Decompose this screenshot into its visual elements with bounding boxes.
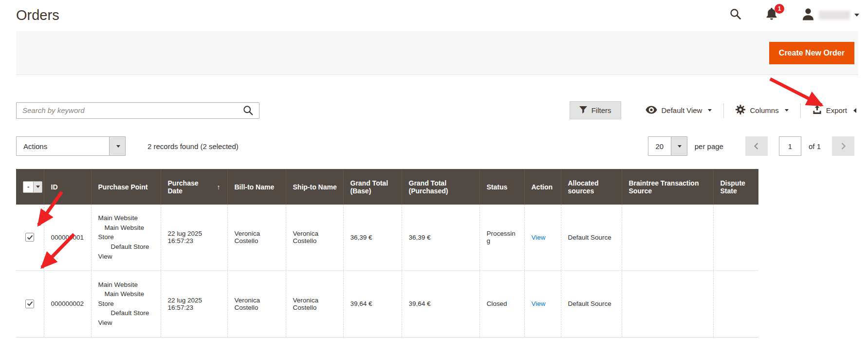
- dispute-state-cell: [713, 270, 758, 337]
- braintree-source-cell: [622, 270, 713, 337]
- admin-user-menu[interactable]: [802, 8, 859, 22]
- action-cell: View: [524, 270, 561, 337]
- dispute-state-cell: [713, 205, 758, 270]
- chevron-left-icon: [853, 108, 856, 113]
- allocated-sources-cell: Default Source: [561, 205, 622, 270]
- table-header-row: - ID Purchase Point Purchase Date ↑ Bill…: [16, 169, 758, 205]
- notification-badge[interactable]: 1: [775, 4, 784, 14]
- chevron-down-icon: [854, 14, 859, 17]
- row-checkbox[interactable]: [25, 233, 34, 242]
- purchase-date-cell: 22 lug 2025 16:57:23: [161, 205, 227, 270]
- actions-select-toggle[interactable]: [109, 137, 125, 155]
- orders-table: - ID Purchase Point Purchase Date ↑ Bill…: [16, 169, 758, 338]
- previous-page-button[interactable]: [745, 136, 768, 156]
- next-page-button[interactable]: [832, 136, 854, 156]
- column-header-status[interactable]: Status: [480, 169, 524, 205]
- purchase-point-cell: Main Website Main Website Store Default …: [91, 205, 161, 270]
- page-size-select[interactable]: 20: [648, 136, 687, 156]
- orders-page: Orders 1 Create New O: [0, 0, 868, 357]
- column-header-grand-total-purchased[interactable]: Grand Total (Purchased): [402, 169, 480, 205]
- eye-icon: [646, 106, 657, 115]
- search-submit-icon[interactable]: [243, 105, 254, 118]
- bill-to-cell: Veronica Costello: [227, 270, 286, 337]
- records-summary: 2 records found (2 selected): [148, 142, 239, 150]
- column-header-ship-to[interactable]: Ship-to Name: [286, 169, 343, 205]
- actions-select-value: Actions: [17, 137, 109, 155]
- sort-ascending-icon: ↑: [217, 183, 221, 191]
- total-pages-label: of 1: [809, 142, 821, 150]
- columns-label: Columns: [750, 106, 778, 114]
- user-icon: [802, 8, 814, 22]
- status-cell: Processing: [480, 205, 524, 270]
- search-input[interactable]: [16, 102, 259, 119]
- row-select-cell: [16, 270, 44, 337]
- notifications-button[interactable]: 1: [766, 8, 777, 22]
- braintree-source-cell: [622, 205, 713, 270]
- ship-to-cell: Veronica Costello: [286, 205, 343, 270]
- column-header-bill-to[interactable]: Bill-to Name: [227, 169, 286, 205]
- admin-nav-icons: 1: [730, 8, 859, 22]
- gear-icon: [736, 105, 745, 116]
- select-all-header: -: [16, 169, 44, 205]
- chevron-down-icon: [678, 145, 682, 148]
- grand-total-purchased-cell: 39,64 €: [402, 270, 480, 337]
- search-icon: [730, 8, 741, 22]
- row-checkbox[interactable]: [25, 300, 34, 308]
- select-all-value: -: [23, 182, 33, 192]
- export-label: Export: [826, 106, 847, 114]
- column-header-id[interactable]: ID: [44, 169, 91, 205]
- filters-button[interactable]: Filters: [570, 101, 621, 119]
- filter-funnel-icon: [579, 106, 587, 115]
- default-view-label: Default View: [662, 106, 702, 114]
- view-order-link[interactable]: View: [532, 234, 546, 241]
- row-select-cell: [16, 205, 44, 270]
- export-dropdown[interactable]: Export: [801, 105, 858, 116]
- page-title: Orders: [16, 7, 59, 23]
- purchase-point-cell: Main Website Main Website Store Default …: [91, 270, 161, 337]
- table-row: 000000002 Main Website Main Website Stor…: [16, 270, 758, 337]
- page-actions-band: Create New Order: [16, 31, 858, 75]
- default-view-dropdown[interactable]: Default View: [634, 106, 724, 115]
- grand-total-purchased-cell: 36,39 €: [402, 205, 480, 270]
- columns-dropdown[interactable]: Columns: [724, 105, 800, 116]
- page-header: Orders 1: [0, 0, 868, 25]
- column-header-purchase-point[interactable]: Purchase Point: [91, 169, 161, 205]
- grand-total-base-cell: 39,64 €: [343, 270, 402, 337]
- filters-label: Filters: [591, 106, 611, 114]
- column-header-allocated-sources[interactable]: Allocated sources: [561, 169, 622, 205]
- chevron-down-icon: [33, 182, 42, 192]
- current-page-input[interactable]: [779, 136, 801, 156]
- view-order-link[interactable]: View: [532, 300, 546, 307]
- global-search-button[interactable]: [730, 8, 741, 22]
- grid-toolbar: Filters Default View: [16, 101, 858, 119]
- grid-toolbar-controls: Filters Default View: [570, 101, 858, 119]
- chevron-down-icon: [708, 109, 712, 112]
- column-header-action[interactable]: Action: [524, 169, 561, 205]
- column-header-grand-total-base[interactable]: Grand Total (Base): [343, 169, 402, 205]
- status-cell: Closed: [480, 270, 524, 337]
- user-name-redacted: [819, 11, 850, 19]
- order-id-cell: 000000001: [44, 205, 91, 270]
- page-size-value: 20: [648, 137, 671, 155]
- column-header-braintree[interactable]: Braintree Transaction Source: [622, 169, 713, 205]
- pagination: 20 per page of 1: [648, 136, 858, 156]
- actions-select[interactable]: Actions: [16, 136, 126, 156]
- chevron-down-icon: [116, 145, 120, 148]
- bill-to-cell: Veronica Costello: [227, 205, 286, 270]
- purchase-date-cell: 22 lug 2025 16:57:23: [161, 270, 227, 337]
- select-all-dropdown[interactable]: -: [23, 181, 42, 193]
- ship-to-cell: Veronica Costello: [286, 270, 343, 337]
- per-page-label: per page: [695, 142, 723, 150]
- column-header-dispute-state[interactable]: Dispute State: [713, 169, 758, 205]
- chevron-down-icon: [785, 109, 789, 112]
- order-id-cell: 000000002: [44, 270, 91, 337]
- grid-controls-row: Actions 2 records found (2 selected) 20 …: [16, 136, 858, 156]
- create-new-order-button[interactable]: Create New Order: [769, 42, 854, 64]
- page-size-toggle[interactable]: [671, 137, 687, 155]
- keyword-search: [16, 102, 259, 119]
- allocated-sources-cell: Default Source: [561, 270, 622, 337]
- grand-total-base-cell: 36,39 €: [343, 205, 402, 270]
- table-row: 000000001 Main Website Main Website Stor…: [16, 205, 758, 270]
- column-header-purchase-date[interactable]: Purchase Date ↑: [161, 169, 227, 205]
- export-icon: [813, 105, 822, 116]
